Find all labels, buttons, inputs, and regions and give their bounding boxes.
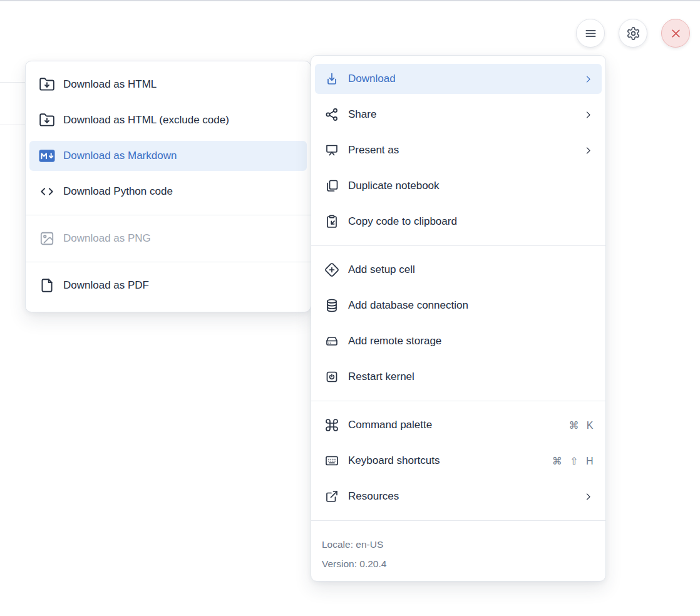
menu-item-label: Copy code to clipboard: [348, 215, 594, 228]
download-icon: [324, 71, 339, 86]
menu-item-label: Download Python code: [63, 185, 299, 198]
menu-item-label: Resources: [348, 490, 583, 503]
menu-item-add-database-connection[interactable]: Add database connection: [315, 290, 602, 321]
menu-item-label: Download as HTML (exclude code): [63, 114, 299, 126]
menu-item-download-pdf[interactable]: Download as PDF: [29, 270, 307, 300]
code-icon: [39, 183, 55, 200]
close-icon: [669, 26, 683, 41]
menu-item-download-python-code[interactable]: Download Python code: [29, 177, 307, 207]
chevron-right-icon: [583, 491, 594, 502]
menu-divider: [26, 262, 311, 262]
menu-item-resources[interactable]: Resources: [315, 481, 602, 511]
menu-divider: [311, 245, 605, 246]
chevron-right-icon: [583, 74, 594, 85]
menu-item-label: Duplicate notebook: [348, 180, 594, 192]
menu-item-download[interactable]: Download: [315, 64, 602, 94]
menu-item-copy-code[interactable]: Copy code to clipboard: [315, 207, 602, 237]
markdown-icon: [39, 148, 55, 164]
menu-item-label: Command palette: [348, 419, 569, 431]
menu-item-keyboard-shortcuts[interactable]: Keyboard shortcuts⌘ ⇧ H: [315, 446, 602, 476]
menu-item-download-html-exclude-code[interactable]: Download as HTML (exclude code): [29, 105, 307, 135]
menu-item-label: Restart kernel: [348, 371, 594, 383]
square-power-icon: [324, 369, 339, 384]
hamburger-icon: [584, 26, 598, 41]
hard-drive-icon: [324, 334, 339, 349]
background-cell-line: [0, 82, 26, 83]
chevron-right-icon: [583, 110, 594, 120]
menu-item-command-palette[interactable]: Command palette⌘ K: [315, 410, 602, 440]
menu-item-label: Download as HTML: [63, 78, 299, 91]
menu-item-label: Download: [348, 73, 583, 85]
notebook-menu-button[interactable]: [576, 19, 605, 48]
download-submenu: Download as HTMLDownload as HTML (exclud…: [25, 61, 311, 312]
chevron-right-icon: [583, 145, 594, 156]
clipboard-copy-icon: [324, 214, 339, 229]
notebook-actions-menu: DownloadSharePresent asDuplicate noteboo…: [311, 55, 606, 582]
menu-item-present-as[interactable]: Present as: [315, 135, 602, 165]
window-top-border: [0, 0, 700, 1]
menu-item-add-remote-storage[interactable]: Add remote storage: [315, 326, 602, 356]
copy-icon: [324, 178, 339, 193]
external-link-icon: [324, 489, 339, 504]
background-cell-line: [0, 125, 26, 125]
menu-item-label: Present as: [348, 144, 583, 157]
menu-item-label: Download as PNG: [63, 232, 299, 245]
file-icon: [39, 277, 55, 294]
shortcut-hint: ⌘ K: [569, 419, 594, 431]
menu-divider: [311, 401, 605, 401]
menu-item-label: Download as PDF: [63, 279, 299, 292]
image-icon: [39, 230, 55, 247]
folder-down-icon: [39, 76, 55, 93]
menu-item-download-html[interactable]: Download as HTML: [29, 69, 307, 100]
menu-item-label: Download as Markdown: [63, 150, 299, 162]
menu-item-add-setup-cell[interactable]: Add setup cell: [315, 255, 602, 285]
diamond-plus-icon: [324, 262, 339, 277]
menu-item-label: Add database connection: [348, 299, 594, 312]
menu-footer: Locale: en-US Version: 0.20.4: [311, 530, 605, 581]
menu-item-label: Share: [348, 108, 583, 121]
menu-item-duplicate-notebook[interactable]: Duplicate notebook: [315, 171, 602, 201]
database-icon: [324, 298, 339, 313]
menu-item-share[interactable]: Share: [315, 100, 602, 130]
shortcut-hint: ⌘ ⇧ H: [552, 455, 594, 467]
menu-item-label: Keyboard shortcuts: [348, 454, 552, 467]
menu-item-label: Add remote storage: [348, 335, 594, 347]
folder-down-icon: [39, 112, 55, 128]
menu-item-download-png: Download as PNG: [29, 223, 307, 254]
menu-divider: [311, 520, 605, 521]
menu-divider: [26, 215, 311, 215]
keyboard-icon: [324, 453, 339, 468]
share-icon: [324, 107, 339, 122]
menu-item-restart-kernel[interactable]: Restart kernel: [315, 362, 602, 392]
menu-item-label: Add setup cell: [348, 264, 594, 276]
version-text: Version: 0.20.4: [322, 554, 595, 573]
close-app-button[interactable]: [661, 19, 690, 48]
command-icon: [324, 418, 339, 433]
gear-icon: [626, 26, 641, 41]
menu-item-download-markdown[interactable]: Download as Markdown: [29, 141, 307, 171]
settings-button[interactable]: [619, 19, 647, 48]
presentation-icon: [324, 143, 339, 158]
locale-text: Locale: en-US: [322, 535, 595, 554]
floating-toolbar: [576, 19, 690, 48]
